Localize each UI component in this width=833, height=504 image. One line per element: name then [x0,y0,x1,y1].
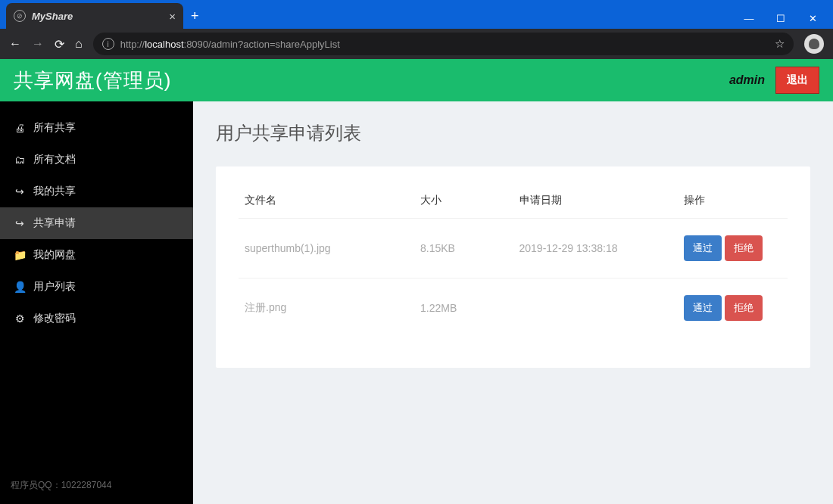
approve-button[interactable]: 通过 [684,235,722,261]
cell-ops: 通过拒绝 [678,278,788,338]
new-tab-button[interactable]: + [191,8,199,24]
sidebar-item-3[interactable]: ↪共享申请 [0,207,193,239]
sidebar-item-4[interactable]: 📁我的网盘 [0,239,193,271]
cell-filename: superthumb(1).jpg [239,219,414,278]
sidebar-item-label: 所有文档 [33,153,76,166]
sidebar-footer: 程序员QQ：1022287044 [0,467,193,504]
bookmark-icon[interactable]: ☆ [775,37,785,51]
print-icon: 🖨 [14,122,26,134]
maximize-icon[interactable]: ☐ [775,13,786,24]
close-icon[interactable]: × [169,10,176,23]
globe-icon: ⊘ [14,10,26,22]
share-icon: ↪ [14,217,26,229]
home-icon[interactable]: ⌂ [75,37,83,51]
requests-table: 文件名 大小 申请日期 操作 superthumb(1).jpg8.15KB20… [239,183,788,338]
sidebar-item-2[interactable]: ↪我的共享 [0,176,193,207]
page-title: 用户共享申请列表 [216,121,810,145]
browser-tab[interactable]: ⊘ MyShare × [6,3,183,29]
browser-toolbar: ← → ⟳ ⌂ i http://localhost:8090/admin?ac… [0,29,833,59]
logout-button[interactable]: 退出 [775,67,819,94]
sidebar-item-label: 我的网盘 [33,248,76,262]
main-content: 用户共享申请列表 文件名 大小 申请日期 操作 superthumb(1).jp… [193,101,833,504]
sidebar-item-label: 共享申请 [33,216,76,230]
col-size: 大小 [414,183,513,219]
profile-avatar[interactable] [804,34,824,54]
cell-size: 8.15KB [414,219,513,278]
table-panel: 文件名 大小 申请日期 操作 superthumb(1).jpg8.15KB20… [216,166,810,368]
user-icon: 👤 [14,281,26,293]
reload-icon[interactable]: ⟳ [55,37,64,51]
sidebar: 🖨所有共享🗂所有文档↪我的共享↪共享申请📁我的网盘👤用户列表⚙修改密码 程序员Q… [0,101,193,504]
url-field[interactable]: i http://localhost:8090/admin?action=sha… [93,33,794,55]
sidebar-item-5[interactable]: 👤用户列表 [0,271,193,303]
app-header: 共享网盘(管理员) admin 退出 [0,59,833,101]
table-row: superthumb(1).jpg8.15KB2019-12-29 13:38:… [239,219,788,278]
col-date: 申请日期 [513,183,679,219]
sidebar-item-0[interactable]: 🖨所有共享 [0,112,193,144]
col-filename: 文件名 [239,183,414,219]
share-icon: ↪ [14,185,26,198]
window-controls: — ☐ ✕ [744,13,833,24]
forward-icon[interactable]: → [32,37,44,51]
cell-date [513,278,679,338]
close-window-icon[interactable]: ✕ [807,13,818,24]
sidebar-item-1[interactable]: 🗂所有文档 [0,144,193,176]
minimize-icon[interactable]: — [744,13,754,24]
app-title: 共享网盘(管理员) [14,67,171,94]
gear-icon: ⚙ [14,313,26,325]
cell-ops: 通过拒绝 [678,219,788,278]
info-icon[interactable]: i [102,38,114,50]
username-label: admin [729,73,765,87]
user-area: admin 退出 [729,67,819,94]
sidebar-item-label: 我的共享 [33,185,76,198]
files-icon: 🗂 [14,154,26,166]
back-icon[interactable]: ← [9,37,21,51]
sidebar-item-6[interactable]: ⚙修改密码 [0,303,193,334]
sidebar-item-label: 所有共享 [33,121,76,135]
cell-date: 2019-12-29 13:38:18 [513,219,679,278]
approve-button[interactable]: 通过 [684,295,722,321]
cell-filename: 注册.png [239,278,414,338]
browser-titlebar: ⊘ MyShare × + — ☐ ✕ [0,0,833,29]
reject-button[interactable]: 拒绝 [725,295,763,321]
url-text: http://localhost:8090/admin?action=share… [120,39,340,50]
sidebar-item-label: 修改密码 [33,312,76,325]
tab-title: MyShare [32,11,163,22]
sidebar-item-label: 用户列表 [33,280,76,294]
reject-button[interactable]: 拒绝 [725,235,763,261]
col-ops: 操作 [678,183,788,219]
folder-icon: 📁 [14,249,26,261]
cell-size: 1.22MB [414,278,513,338]
table-row: 注册.png1.22MB通过拒绝 [239,278,788,338]
